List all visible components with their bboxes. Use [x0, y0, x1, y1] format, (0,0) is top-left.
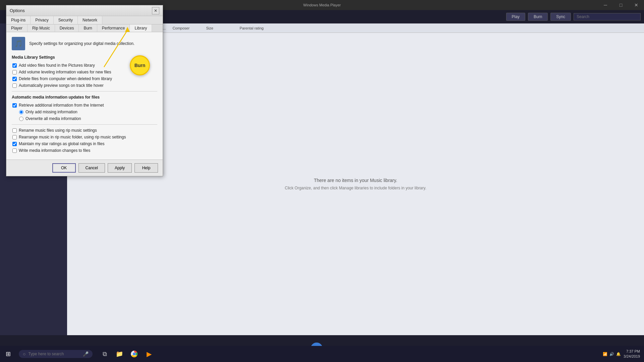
- checkbox-row-2: Add volume leveling information values f…: [12, 70, 157, 74]
- dialog-content: 🎵 Specify settings for organizing your d…: [6, 32, 163, 160]
- tab-row-1: Plug-ins Privacy Security Network: [6, 16, 163, 24]
- col-size: Size: [206, 26, 233, 30]
- maintain-star-ratings-checkbox[interactable]: [12, 142, 17, 146]
- delete-files-label: Delete files from computer when deleted …: [19, 76, 112, 81]
- subtab-library[interactable]: Library: [130, 24, 152, 32]
- dialog-title: Options: [10, 8, 152, 13]
- write-media-info-label: Write media information changes to files: [19, 148, 90, 153]
- rearrange-music-checkbox[interactable]: [12, 135, 17, 139]
- close-button[interactable]: ✕: [629, 0, 644, 10]
- play-button[interactable]: Play: [506, 13, 525, 21]
- rearrange-music-label: Rearrange music in rip music folder, usi…: [19, 135, 126, 139]
- add-volume-leveling-checkbox[interactable]: [12, 70, 17, 74]
- checkbox-row-5: Rename music files using rip music setti…: [12, 128, 157, 133]
- tab-row-2: Player Rip Music Devices Burn Performanc…: [6, 24, 163, 32]
- taskbar: ⊞ ○ 🎤 ⧉ 📁 ▶ 📶 🔊 🔔 7:37 PM 3/24/2019: [0, 346, 644, 362]
- retrieve-checkbox-row: Retrieve additional information from the…: [12, 103, 157, 108]
- burn-button[interactable]: Burn: [528, 13, 548, 21]
- rename-music-label: Rename music files using rip music setti…: [19, 128, 97, 133]
- overwrite-all-radio[interactable]: [19, 117, 23, 121]
- apply-button[interactable]: Apply: [108, 163, 132, 173]
- dialog-footer: OK Cancel Apply Help: [6, 160, 163, 176]
- dialog-description: Specify settings for organizing your dig…: [29, 41, 157, 46]
- empty-subtitle: Click Organize, and then click Manage li…: [285, 186, 426, 190]
- volume-icon: 🔊: [609, 352, 614, 356]
- taskbar-right: 📶 🔊 🔔 7:37 PM 3/24/2019: [603, 349, 644, 359]
- only-add-missing-label: Only add missing information: [25, 110, 77, 114]
- date-display: 3/24/2019: [624, 354, 640, 359]
- empty-title: There are no items in your Music library…: [314, 178, 397, 183]
- mic-icon: 🎤: [83, 351, 89, 357]
- overwrite-all-label: Overwrite all media information: [25, 116, 81, 121]
- divider-2: [12, 124, 157, 125]
- auto-preview-checkbox[interactable]: [12, 83, 17, 88]
- checkbox-row-3: Delete files from computer when deleted …: [12, 76, 157, 81]
- sync-button[interactable]: Sync: [550, 13, 571, 21]
- section-media-library: Media Library Settings: [12, 55, 157, 60]
- chrome-icon[interactable]: [127, 346, 141, 362]
- tab-plugins[interactable]: Plug-ins: [6, 16, 31, 24]
- taskbar-icons: ⧉ 📁 ▶: [98, 346, 156, 362]
- search-input[interactable]: [574, 13, 641, 20]
- wmp-title: Windows Media Player: [303, 3, 341, 7]
- ok-button[interactable]: OK: [52, 163, 76, 173]
- only-add-missing-radio[interactable]: [19, 110, 23, 114]
- start-button[interactable]: ⊞: [0, 346, 16, 362]
- subtab-burn[interactable]: Burn: [79, 24, 97, 32]
- dialog-header: 🎵 Specify settings for organizing your d…: [12, 37, 157, 50]
- system-tray: 📶 🔊 🔔: [603, 352, 621, 356]
- dialog-close-button[interactable]: ✕: [152, 7, 159, 14]
- time-display: 7:37 PM: [624, 349, 640, 354]
- tab-security[interactable]: Security: [54, 16, 78, 24]
- clock: 7:37 PM 3/24/2019: [624, 349, 640, 359]
- delete-files-checkbox[interactable]: [12, 77, 17, 81]
- task-view-button[interactable]: ⧉: [98, 346, 111, 362]
- subtab-devices[interactable]: Devices: [55, 24, 79, 32]
- add-video-files-checkbox[interactable]: [12, 63, 17, 68]
- rename-music-checkbox[interactable]: [12, 128, 17, 133]
- maximize-button[interactable]: □: [613, 0, 629, 10]
- write-media-info-checkbox[interactable]: [12, 148, 17, 153]
- subtab-rip-music[interactable]: Rip Music: [28, 24, 55, 32]
- col-parental-rating: Parental rating: [239, 26, 266, 30]
- help-button[interactable]: Help: [135, 163, 158, 173]
- taskbar-search-input[interactable]: [28, 352, 80, 356]
- file-explorer-icon[interactable]: 📁: [113, 346, 126, 362]
- col-composer: Composer: [172, 26, 199, 30]
- checkbox-row-7: Maintain my star ratings as global ratin…: [12, 141, 157, 146]
- radio-row-1: Only add missing information: [19, 110, 157, 114]
- svg-point-3: [133, 353, 136, 355]
- add-video-files-label: Add video files found in the Pictures li…: [19, 63, 95, 68]
- taskbar-search-area[interactable]: ○ 🎤: [19, 350, 93, 358]
- add-volume-leveling-label: Add volume leveling information values f…: [19, 70, 111, 74]
- maintain-star-ratings-label: Maintain my star ratings as global ratin…: [19, 141, 104, 146]
- section-auto-media: Automatic media information updates for …: [12, 95, 157, 100]
- radio-group: Only add missing information Overwrite a…: [12, 110, 157, 121]
- checkbox-row-1: Add video files found in the Pictures li…: [12, 63, 157, 68]
- divider-1: [12, 91, 157, 92]
- subtab-player[interactable]: Player: [6, 24, 28, 32]
- media-player-taskbar-icon[interactable]: ▶: [142, 346, 156, 362]
- network-icon: 📶: [603, 352, 607, 356]
- checkbox-row-4: Automatically preview songs on track tit…: [12, 83, 157, 88]
- radio-row-2: Overwrite all media information: [19, 116, 157, 121]
- cortana-icon: ○: [23, 351, 25, 357]
- retrieve-info-checkbox[interactable]: [12, 103, 17, 108]
- retrieve-info-label: Retrieve additional information from the…: [19, 103, 104, 108]
- checkbox-row-8: Write media information changes to files: [12, 148, 157, 153]
- dialog-titlebar: Options ✕: [6, 5, 163, 16]
- auto-preview-label: Automatically preview songs on track tit…: [19, 83, 104, 88]
- tab-privacy[interactable]: Privacy: [31, 16, 53, 24]
- subtab-performance[interactable]: Performance: [97, 24, 130, 32]
- library-icon: 🎵: [12, 37, 25, 50]
- options-dialog[interactable]: Options ✕ Plug-ins Privacy Security Netw…: [6, 5, 163, 176]
- minimize-button[interactable]: ─: [598, 0, 613, 10]
- tab-network[interactable]: Network: [78, 16, 102, 24]
- notification-icon: 🔔: [616, 352, 621, 356]
- cancel-button[interactable]: Cancel: [78, 163, 105, 173]
- checkbox-row-6: Rearrange music in rip music folder, usi…: [12, 135, 157, 139]
